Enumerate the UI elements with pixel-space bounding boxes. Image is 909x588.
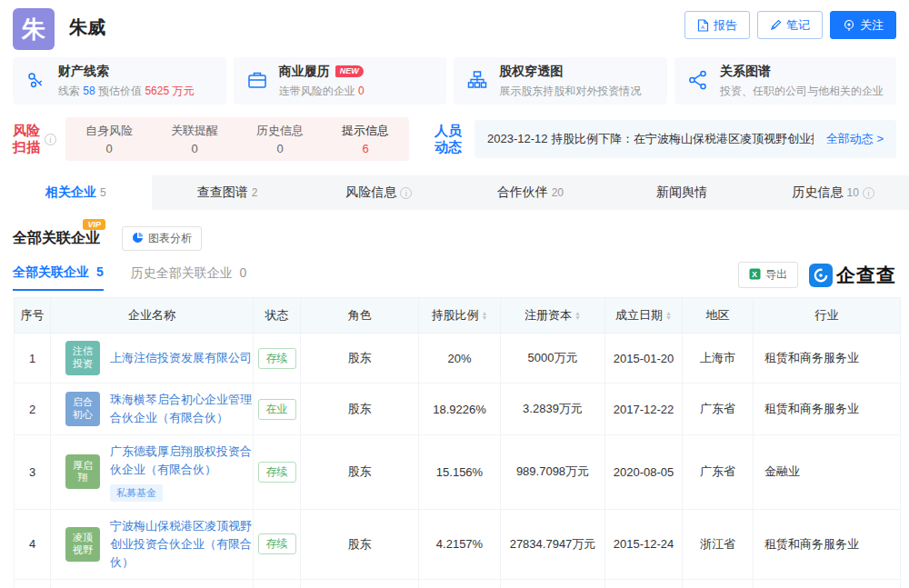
info-icon: i bbox=[400, 187, 412, 199]
ratio-cell: 15.156% bbox=[419, 435, 501, 509]
card-business-resume[interactable]: 商业履历 NEW 连带风险的企业 0 bbox=[234, 57, 447, 105]
tab-history-info[interactable]: 历史信息 10 i bbox=[757, 175, 909, 210]
pen-icon bbox=[770, 19, 782, 31]
estimated-value: 5625 bbox=[145, 85, 169, 97]
table-row: 1 注信投资 上海注信投资发展有限公司 存续 股东 20% 5000万元 201… bbox=[15, 334, 901, 384]
date-cell: 2015-01-20 bbox=[605, 334, 683, 384]
table-row: 3 厚启翔 广东德载厚启翔股权投资合伙企业（有限合伙） 私募基金 存续 股东 1… bbox=[15, 435, 901, 509]
risk-stat-history[interactable]: 历史信息 0 bbox=[256, 123, 304, 155]
company-logo: 厚启翔 bbox=[65, 454, 100, 489]
new-badge: NEW bbox=[335, 65, 364, 77]
follow-button[interactable]: 关注 bbox=[830, 11, 896, 39]
excel-icon: X bbox=[749, 268, 761, 283]
risk-company-count: 0 bbox=[358, 85, 365, 97]
page-title: 朱威 bbox=[69, 15, 105, 40]
row-index: 1 bbox=[15, 334, 51, 384]
status-badge: 存续 bbox=[258, 533, 296, 554]
sort-icon[interactable]: ▲▼ bbox=[665, 312, 672, 320]
news-item[interactable]: 2023-12-12 持股比例下降：在宁波梅山保税港区凌顶视野创业投资合伙企业（… bbox=[487, 131, 814, 147]
capital-cell: 5000万元 bbox=[501, 334, 605, 384]
ratio-cell: 18.9226% bbox=[419, 384, 501, 435]
company-link[interactable]: 宁波梅山保税港区凌顶视野创业投资合伙企业（有限合伙） bbox=[110, 517, 257, 572]
card-title: 财产线索 bbox=[58, 64, 194, 80]
note-button[interactable]: 笔记 bbox=[757, 11, 823, 39]
subtab-row: 全部关联企业 5 历史全部关联企业 0 X 导出 企查查 bbox=[0, 251, 909, 294]
tab-risk-info[interactable]: 风险信息 i bbox=[303, 175, 454, 210]
capital-cell: 100000万元 bbox=[501, 579, 605, 588]
feature-cards: 财产线索 线索 58 预估价值 5625 万元 商业履历 NEW 连带风险的企业 bbox=[0, 54, 909, 105]
card-equity-penetration[interactable]: 股权穿透图 展示股东持股和对外投资情况 bbox=[454, 57, 667, 105]
industry-cell: 租赁和商务服务业 bbox=[754, 509, 901, 579]
tab-partners[interactable]: 合作伙伴 20 bbox=[454, 175, 606, 210]
chart-analysis-button[interactable]: 图表分析 bbox=[122, 226, 202, 251]
pie-chart-icon bbox=[132, 232, 144, 246]
role-cell: 股东 bbox=[301, 435, 419, 509]
private-fund-tag: 私募基金 bbox=[110, 484, 163, 502]
person-profile-page: 朱 朱威 A 报告 笔记 关注 财产线索 线索 58 bbox=[0, 0, 909, 588]
ratio-cell: 4.2157% bbox=[419, 509, 501, 579]
region-cell: 浙江省 bbox=[683, 509, 754, 579]
risk-stats: 自身风险 0 关联提醒 0 历史信息 0 提示信息 6 bbox=[65, 117, 409, 161]
personnel-news-bar: 2023-12-12 持股比例下降：在宁波梅山保税港区凌顶视野创业投资合伙企业（… bbox=[474, 120, 896, 158]
col-registered-capital[interactable]: 注册资本▲▼ bbox=[501, 298, 605, 334]
follow-icon bbox=[843, 19, 855, 32]
capital-cell: 989.7098万元 bbox=[501, 435, 605, 509]
table-row: 4 凌顶视野 宁波梅山保税港区凌顶视野创业投资合伙企业（有限合伙） 存续 股东 … bbox=[15, 509, 901, 579]
ratio-cell: 20% bbox=[419, 334, 501, 384]
status-badge: 在业 bbox=[258, 399, 296, 420]
col-status: 状态 bbox=[254, 298, 301, 334]
subtab-all-related[interactable]: 全部关联企业 5 bbox=[13, 264, 104, 291]
row-index: 3 bbox=[15, 435, 51, 509]
date-cell: 2015-12-24 bbox=[605, 509, 683, 579]
info-icon[interactable]: i bbox=[45, 134, 56, 145]
key-icon bbox=[25, 69, 47, 94]
role-cell: 股东 bbox=[301, 334, 419, 384]
org-chart-icon bbox=[466, 69, 488, 94]
card-property-clues[interactable]: 财产线索 线索 58 预估价值 5625 万元 bbox=[13, 57, 226, 105]
status-badge: 存续 bbox=[258, 462, 296, 483]
card-title: 商业履历 NEW bbox=[279, 64, 365, 80]
sort-icon[interactable]: ▲▼ bbox=[482, 312, 488, 320]
table-row: 2 启合初心 珠海横琴启合初心企业管理合伙企业（有限合伙） 在业 股东 18.9… bbox=[15, 384, 901, 435]
export-button[interactable]: X 导出 bbox=[738, 262, 798, 288]
tab-related-companies[interactable]: 相关企业 5 bbox=[0, 175, 152, 210]
row-index: 4 bbox=[15, 509, 51, 579]
page-header: 朱 朱威 A 报告 笔记 关注 bbox=[0, 0, 909, 54]
capital-cell: 27834.7947万元 bbox=[501, 509, 605, 579]
col-industry: 行业 bbox=[754, 298, 901, 334]
company-link[interactable]: 广东德载厚启翔股权投资合伙企业（有限合伙） bbox=[110, 443, 257, 479]
risk-stat-related[interactable]: 关联提醒 0 bbox=[171, 123, 218, 155]
risk-scan-title: 风险 扫描 bbox=[13, 123, 40, 155]
avatar: 朱 bbox=[13, 8, 55, 50]
risk-stat-hints[interactable]: 提示信息 6 bbox=[342, 123, 389, 155]
all-dynamics-link[interactable]: 全部动态 > bbox=[814, 131, 884, 147]
main-tabs: 相关企业 5 查查图谱 2 风险信息 i 合作伙伴 20 新闻舆情 历史信息 1… bbox=[0, 175, 909, 210]
risk-stat-self[interactable]: 自身风险 0 bbox=[85, 123, 133, 155]
section-title: 全部关联企业 bbox=[13, 230, 100, 245]
role-cell: 董事 bbox=[301, 579, 419, 588]
company-link[interactable]: 珠海横琴启合初心企业管理合伙企业（有限合伙） bbox=[110, 391, 257, 427]
tab-news[interactable]: 新闻舆情 bbox=[606, 175, 758, 210]
svg-text:A: A bbox=[701, 25, 704, 30]
col-company-name: 企业名称 bbox=[51, 298, 254, 334]
industry-cell: 金融业 bbox=[754, 435, 901, 509]
date-cell: 2020-08-05 bbox=[605, 435, 683, 509]
col-establish-date[interactable]: 成立日期▲▼ bbox=[605, 298, 683, 334]
date-cell: 2024-05-17 bbox=[605, 579, 683, 588]
qichacha-icon bbox=[809, 264, 833, 287]
tab-chacha-graph[interactable]: 查查图谱 2 bbox=[152, 175, 304, 210]
industry-cell: 租赁和商务服务业 bbox=[754, 384, 901, 435]
briefcase-icon bbox=[246, 69, 268, 94]
section-header: 全部关联企业 VIP 图表分析 bbox=[0, 210, 909, 251]
status-badge: 存续 bbox=[258, 348, 296, 369]
card-relationship-graph[interactable]: 关系图谱 投资、任职的公司与他相关的企业 bbox=[674, 57, 896, 105]
sort-icon[interactable]: ▲▼ bbox=[574, 312, 581, 320]
date-cell: 2017-12-22 bbox=[605, 384, 683, 435]
company-link[interactable]: 上海注信投资发展有限公司 bbox=[110, 349, 257, 367]
report-button[interactable]: A 报告 bbox=[684, 11, 750, 39]
card-desc: 线索 58 预估价值 5625 万元 bbox=[58, 84, 194, 99]
card-desc: 连带风险的企业 0 bbox=[279, 84, 365, 99]
subtab-history-related[interactable]: 历史全部关联企业 0 bbox=[131, 265, 247, 290]
col-shareholding-ratio[interactable]: 持股比例▲▼ bbox=[419, 298, 501, 334]
row-index: 5 bbox=[15, 579, 51, 588]
